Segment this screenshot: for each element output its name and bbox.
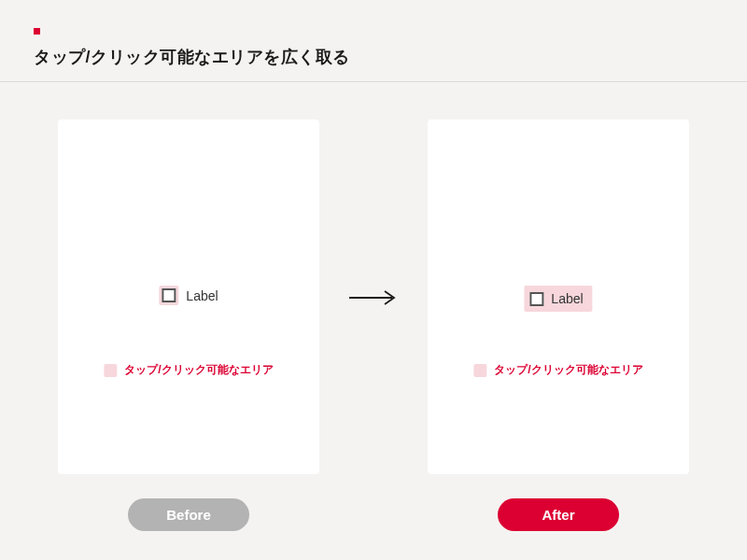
- after-checkbox-row: Label: [524, 286, 592, 312]
- before-badge: Before: [128, 498, 249, 531]
- checkbox-icon[interactable]: [162, 288, 176, 302]
- before-checkbox-label: Label: [186, 288, 218, 303]
- before-panel: Label タップ/クリック可能なエリア Before: [58, 119, 319, 531]
- after-badge: After: [498, 498, 619, 531]
- header: タップ/クリック可能なエリアを広く取る: [0, 0, 747, 82]
- comparison-content: Label タップ/クリック可能なエリア Before Label: [0, 82, 747, 553]
- before-card: Label タップ/クリック可能なエリア: [58, 119, 319, 474]
- after-legend-text: タップ/クリック可能なエリア: [494, 362, 642, 378]
- before-hitarea-highlight: [159, 286, 178, 305]
- after-legend: タップ/クリック可能なエリア: [473, 362, 642, 378]
- legend-swatch-icon: [473, 364, 486, 377]
- after-panel: Label タップ/クリック可能なエリア After: [428, 119, 689, 531]
- accent-marker: [34, 28, 40, 35]
- before-legend: タップ/クリック可能なエリア: [104, 362, 273, 378]
- after-hitarea-highlight[interactable]: Label: [524, 286, 592, 312]
- legend-swatch-icon: [104, 364, 117, 377]
- page-title: タップ/クリック可能なエリアを広く取る: [34, 46, 713, 68]
- arrow-icon: [347, 288, 400, 307]
- after-checkbox-label: Label: [551, 291, 583, 306]
- before-checkbox-row: Label: [159, 286, 218, 305]
- before-legend-text: タップ/クリック可能なエリア: [124, 362, 273, 378]
- after-card: Label タップ/クリック可能なエリア: [428, 119, 689, 474]
- checkbox-icon: [529, 292, 543, 306]
